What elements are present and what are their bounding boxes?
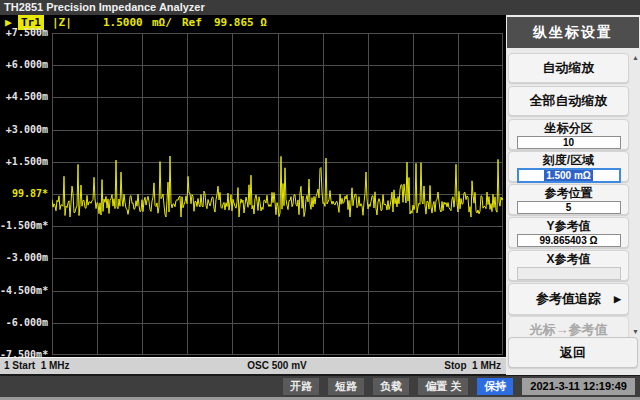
y-axis-label: +6.000m: [0, 59, 48, 71]
scroll-up-icon[interactable]: ▲: [631, 53, 640, 63]
y-axis-label: +3.000m: [0, 124, 48, 136]
trace-info-bar: ▶ Tr1 |Z| 1.5000 mΩ/ Ref 99.865 Ω: [0, 15, 506, 30]
x-reference-input[interactable]: [517, 267, 621, 280]
open-correction-button[interactable]: 开路: [283, 378, 319, 395]
reference-position-input[interactable]: 5: [517, 201, 621, 214]
window-title: TH2851 Precision Impedance Analyzer: [0, 0, 640, 15]
trace-ref-word: Ref: [182, 15, 202, 30]
y-reference-label: Y参考值: [509, 219, 628, 234]
y-axis-label: -1.500m*: [0, 220, 48, 232]
reference-position-label: 参考位置: [509, 186, 628, 201]
x-axis-strip: 1 Start 1 MHz OSC 500 mV Stop 1 MHz: [0, 357, 506, 374]
y-axis-label: +7.500m: [0, 27, 48, 39]
plot-area: +7.500m+6.000m+4.500m+3.000m+1.500m99.87…: [0, 30, 506, 357]
x-axis-start-label: 1 Start 1 MHz: [4, 358, 70, 374]
y-axis-label: -3.000m: [0, 252, 48, 264]
divisions-button[interactable]: 坐标分区 10: [508, 119, 629, 150]
short-correction-button[interactable]: 短路: [328, 378, 364, 395]
auto-scale-all-button[interactable]: 全部自动缩放: [508, 86, 629, 116]
status-bar: 开路 短路 负载 偏置 关 保持 2021-3-11 12:19:49: [0, 376, 640, 397]
menu-scrollbar[interactable]: ▲ ▼: [631, 53, 640, 337]
y-axis-label: +1.500m: [0, 156, 48, 168]
reference-tracking-label: 参考值追踪: [536, 291, 601, 306]
x-reference-label: X参考值: [509, 252, 628, 267]
scroll-down-icon[interactable]: ▼: [631, 327, 640, 337]
scale-per-division-value: 1.500 mΩ: [544, 170, 593, 181]
x-axis-stop-label: Stop 1 MHz: [444, 358, 501, 374]
vertical-axis-menu: 纵坐标设置 自动缩放 全部自动缩放 坐标分区 10 刻度/区域 1.500 mΩ…: [506, 15, 640, 375]
scale-per-division-label: 刻度/区域: [509, 153, 628, 168]
scale-per-division-input[interactable]: 1.500 mΩ: [517, 168, 621, 183]
instrument-screen: TH2851 Precision Impedance Analyzer ▶ Tr…: [0, 0, 640, 400]
menu-header: 纵坐标设置: [507, 17, 639, 48]
trace-scale-unit: mΩ/: [152, 15, 172, 30]
osc-level-label: OSC 500 mV: [247, 358, 306, 374]
bias-off-button[interactable]: 偏置 关: [418, 378, 468, 395]
trace-parameter-label: |Z|: [52, 15, 72, 30]
measurement-trace: [52, 156, 503, 217]
y-reference-input[interactable]: 99.865403 Ω: [517, 234, 621, 247]
reference-tracking-button[interactable]: 参考值追踪 ▶: [508, 283, 629, 315]
y-axis-label: +4.500m: [0, 91, 48, 103]
trace-scale-value: 1.5000: [103, 15, 143, 30]
trace-plot: [52, 33, 503, 355]
load-correction-button[interactable]: 负载: [373, 378, 409, 395]
divisions-label: 坐标分区: [509, 121, 628, 136]
trace-ref-value: 99.865 Ω: [214, 15, 267, 30]
y-axis-label: -6.000m: [0, 317, 48, 329]
auto-scale-button[interactable]: 自动缩放: [508, 53, 629, 83]
y-axis-labels: +7.500m+6.000m+4.500m+3.000m+1.500m99.87…: [0, 33, 48, 355]
x-reference-button[interactable]: X参考值: [508, 250, 629, 281]
y-axis-label: -4.500m*: [0, 285, 48, 297]
back-button[interactable]: 返回: [508, 337, 638, 368]
submenu-arrow-icon: ▶: [614, 284, 621, 314]
hold-button[interactable]: 保持: [477, 378, 513, 395]
y-reference-button[interactable]: Y参考值 99.865403 Ω: [508, 217, 629, 248]
reference-position-button[interactable]: 参考位置 5: [508, 184, 629, 215]
y-axis-reference-label: 99.87*: [0, 188, 48, 200]
scale-per-division-button[interactable]: 刻度/区域 1.500 mΩ: [508, 151, 629, 182]
grid-lines: [52, 33, 503, 355]
datetime-display: 2021-3-11 12:19:49: [522, 378, 635, 395]
divisions-input[interactable]: 10: [517, 136, 621, 149]
